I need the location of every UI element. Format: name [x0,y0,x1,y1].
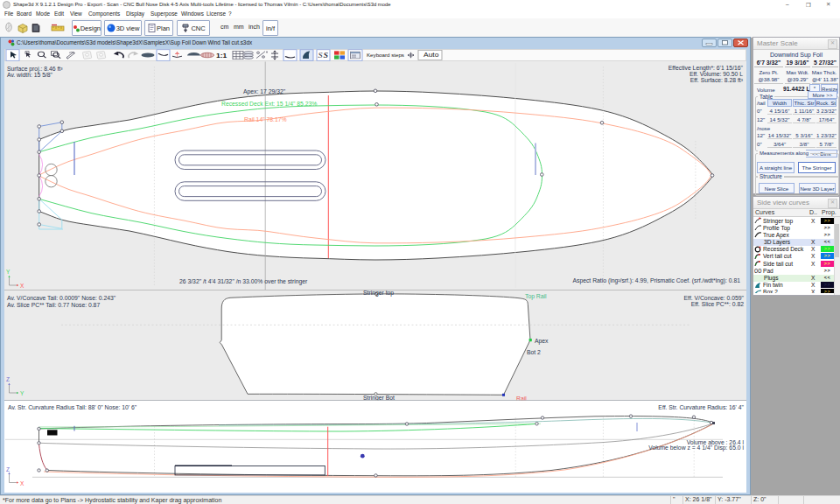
svg-text:Bot 2: Bot 2 [527,349,541,355]
svg-text:Av. Slice PC** Tail: 0.77 No: Av. Slice PC** Tail: 0.77 Nose: 0.87 [7,302,100,308]
svg-text:X: X [20,283,24,289]
svg-text:S: S [324,52,329,60]
svg-text:S: S [318,52,323,60]
svg-text:Apex: 17 29/32": Apex: 17 29/32" [243,88,286,95]
svg-text:Aspect Ratio (lng²/srf.): 4.9: Aspect Ratio (lng²/srf.): 4.99, Prismati… [572,277,740,284]
svg-text:Z: Z [6,466,10,472]
svg-text:Recessed Deck Ext: 15 1/4" 85.: Recessed Deck Ext: 15 1/4" 85.23% [221,101,317,107]
svg-text:26 3/32" /t 4'4 31/32" /n 33.0: 26 3/32" /t 4'4 31/32" /n 33.00% over th… [179,278,308,285]
svg-text:Z: Z [6,376,10,382]
svg-text:1:1: 1:1 [216,52,228,60]
svg-text:Eff. Surface: 8.28 ft³: Eff. Surface: 8.28 ft³ [690,77,744,83]
svg-text:Top Rail: Top Rail [525,293,547,300]
svg-text:Av. V/Concave Tail: 0.0009" No: Av. V/Concave Tail: 0.0009" Nose: 0.243" [7,295,116,301]
svg-text:Rail 14" 78.17%: Rail 14" 78.17% [244,116,287,122]
svg-text:Auto: Auto [424,52,438,59]
svg-text:Y: Y [6,269,10,275]
svg-text:Y: Y [20,390,24,396]
svg-text:Eff. V/Concave: 0.059": Eff. V/Concave: 0.059" [684,295,745,301]
svg-text:Stringer top: Stringer top [363,290,394,297]
svg-text:Eff. Volume: 90.50 L: Eff. Volume: 90.50 L [690,71,743,77]
svg-text:X: X [20,480,24,486]
svg-text:Keyboard steps: Keyboard steps [367,53,404,58]
svg-text:Apex: Apex [535,338,549,345]
svg-text:Volume below z = 4 1/4" Disp:: Volume below z = 4 1/4" Disp: 65.0 l [648,444,744,452]
svg-text:Av. width: 15 5/8": Av. width: 15 5/8" [7,72,53,78]
svg-text:Eff. Str. Curvature Radius: 16: Eff. Str. Curvature Radius: 16' 4" [658,404,744,410]
svg-text:00: 00 [754,267,761,274]
svg-text:Av. Str. Curvature Radius Tail: Av. Str. Curvature Radius Tail: 88' 0" N… [8,404,137,410]
svg-text:Eff. Slice PC**: 0.82: Eff. Slice PC**: 0.82 [691,301,745,307]
